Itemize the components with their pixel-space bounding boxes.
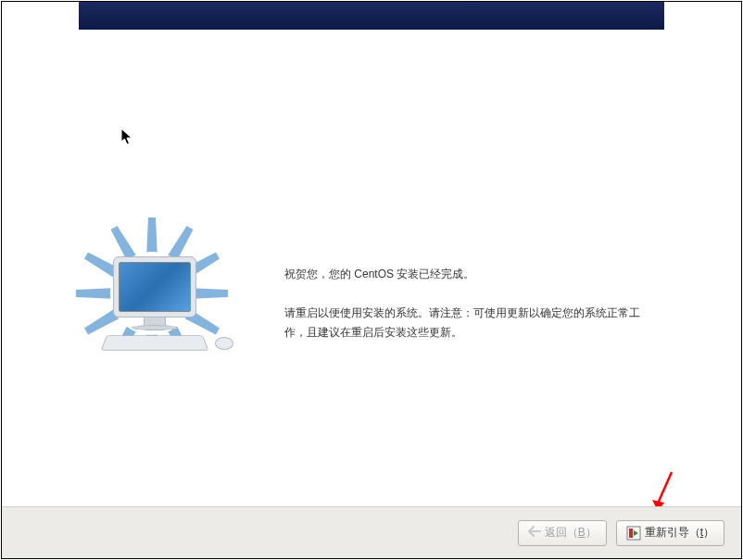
reboot-button[interactable]: 重新引导（t） xyxy=(616,520,724,546)
monitor-icon xyxy=(113,256,196,329)
back-button-label: 返回（B） xyxy=(545,525,597,541)
mouse-icon xyxy=(215,337,233,350)
reboot-icon xyxy=(626,526,641,541)
back-arrow-icon xyxy=(528,526,541,540)
content-area: 祝贺您，您的 CentOS 安装已经完成。 请重启以便使用安装的系统。请注意：可… xyxy=(2,30,741,506)
congrats-text: 祝贺您，您的 CentOS 安装已经完成。 xyxy=(284,265,655,285)
svg-rect-16 xyxy=(629,529,633,538)
message-block: 祝贺您，您的 CentOS 安装已经完成。 请重启以便使用安装的系统。请注意：可… xyxy=(284,265,655,343)
reboot-button-label: 重新引导（t） xyxy=(645,525,714,541)
keyboard-icon xyxy=(101,335,209,350)
bottom-toolbar: 返回（B） 重新引导（t） xyxy=(2,506,741,558)
back-button: 返回（B） xyxy=(518,520,607,546)
header-bar xyxy=(79,2,664,30)
computer-illustration xyxy=(71,215,233,363)
instruction-text: 请重启以便使用安装的系统。请注意：可使用更新以确定您的系统正常工作，且建议在重启… xyxy=(284,304,655,343)
